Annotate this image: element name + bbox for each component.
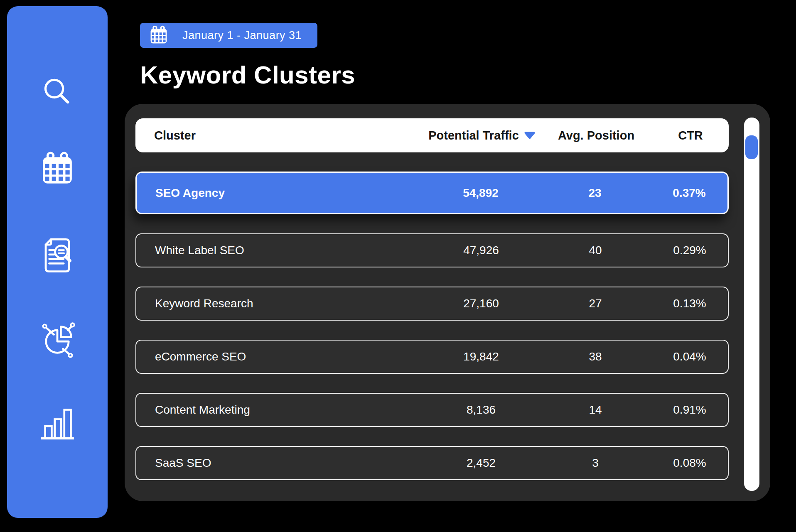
ctr-value: 0.29% <box>651 244 728 257</box>
position-value: 3 <box>548 456 643 470</box>
position-value: 40 <box>548 244 643 257</box>
sidebar-item-charts[interactable] <box>37 404 77 444</box>
search-icon <box>42 77 73 108</box>
table-header: Cluster Potential Traffic Avg. Position … <box>135 118 729 152</box>
traffic-value: 19,842 <box>423 350 539 363</box>
pie-chart-icon <box>39 321 76 358</box>
sort-desc-icon <box>524 129 536 142</box>
column-header-cluster[interactable]: Cluster <box>135 129 415 142</box>
keyword-clusters-panel: Cluster Potential Traffic Avg. Position … <box>125 104 770 501</box>
table-body: SEO Agency 54,892 23 0.37% White Label S… <box>135 172 770 480</box>
table-row[interactable]: SEO Agency 54,892 23 0.37% <box>135 172 729 214</box>
sidebar-item-calendar[interactable] <box>37 148 77 188</box>
ctr-value: 0.08% <box>651 456 728 470</box>
document-search-icon <box>40 238 74 273</box>
date-range-button[interactable]: January 1 - January 31 <box>140 23 317 48</box>
bar-chart-icon <box>39 406 76 441</box>
table-row[interactable]: White Label SEO 47,926 40 0.29% <box>135 233 729 267</box>
sidebar <box>7 6 108 518</box>
position-value: 14 <box>548 403 643 417</box>
scrollbar-thumb[interactable] <box>745 135 758 159</box>
column-header-ctr[interactable]: CTR <box>652 129 729 142</box>
calendar-icon <box>149 25 168 46</box>
cluster-name: Content Marketing <box>136 403 415 417</box>
calendar-icon <box>40 150 75 186</box>
position-value: 38 <box>548 350 643 363</box>
ctr-value: 0.37% <box>651 186 727 200</box>
date-range-label: January 1 - January 31 <box>182 29 302 42</box>
traffic-value: 54,892 <box>423 186 539 200</box>
cluster-name: eCommerce SEO <box>136 350 415 363</box>
cluster-name: White Label SEO <box>136 244 415 257</box>
position-value: 27 <box>548 297 643 310</box>
table-row[interactable]: Keyword Research 27,160 27 0.13% <box>135 287 729 321</box>
table-row[interactable]: eCommerce SEO 19,842 38 0.04% <box>135 340 729 374</box>
table-row[interactable]: Content Marketing 8,136 14 0.91% <box>135 393 729 427</box>
ctr-value: 0.04% <box>651 350 728 363</box>
page-title: Keyword Clusters <box>140 61 355 89</box>
cluster-name: SEO Agency <box>137 186 414 200</box>
sidebar-item-reports[interactable] <box>37 235 77 275</box>
traffic-value: 8,136 <box>423 403 539 417</box>
traffic-value: 47,926 <box>423 244 539 257</box>
sidebar-item-search[interactable] <box>37 73 77 113</box>
sidebar-item-analytics[interactable] <box>37 320 77 360</box>
ctr-value: 0.91% <box>651 403 728 417</box>
table-row[interactable]: SaaS SEO 2,452 3 0.08% <box>135 446 729 480</box>
column-header-potential-traffic[interactable]: Potential Traffic <box>424 129 540 142</box>
cluster-name: Keyword Research <box>136 297 415 310</box>
traffic-value: 27,160 <box>423 297 539 310</box>
column-header-avg-position[interactable]: Avg. Position <box>548 129 644 142</box>
position-value: 23 <box>547 186 643 200</box>
scrollbar-track[interactable] <box>744 118 759 491</box>
ctr-value: 0.13% <box>651 297 728 310</box>
cluster-name: SaaS SEO <box>136 456 415 470</box>
traffic-value: 2,452 <box>423 456 539 470</box>
